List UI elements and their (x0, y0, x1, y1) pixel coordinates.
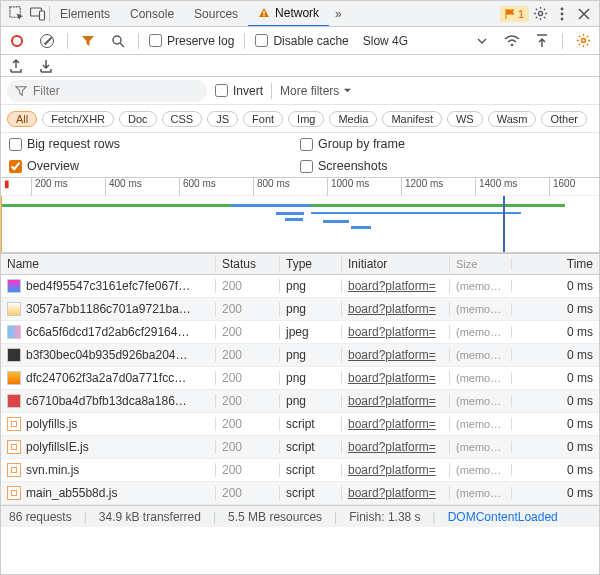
chip-ws[interactable]: WS (447, 111, 483, 127)
tab-sources[interactable]: Sources (184, 1, 248, 27)
filter-input-container[interactable] (7, 80, 207, 102)
import-har-icon[interactable] (532, 31, 552, 51)
chip-other[interactable]: Other (541, 111, 587, 127)
col-size[interactable]: Size (450, 258, 512, 270)
chip-fetch-xhr[interactable]: Fetch/XHR (42, 111, 114, 127)
timeline-ruler: ▮ 200 ms 400 ms 600 ms 800 ms 1000 ms 12… (1, 178, 599, 196)
col-status[interactable]: Status (216, 257, 280, 271)
network-conditions-icon[interactable] (502, 31, 522, 51)
request-type: png (280, 302, 342, 316)
tick: 1200 ms (401, 178, 443, 196)
load-event-marker (503, 196, 505, 252)
col-initiator[interactable]: Initiator (342, 257, 450, 271)
request-time: 0 ms (512, 279, 599, 293)
table-row[interactable]: b3f30bec04b935d926ba204…200pngboard?plat… (1, 344, 599, 367)
invert-checkbox[interactable]: Invert (215, 84, 263, 98)
request-size: (memo… (450, 441, 512, 453)
request-type: script (280, 463, 342, 477)
request-name: 3057a7bb1186c701a9721ba… (26, 302, 191, 316)
export-har-icon[interactable] (7, 57, 25, 75)
request-type: script (280, 417, 342, 431)
request-size: (memo… (450, 487, 512, 499)
kebab-menu-icon[interactable] (551, 3, 573, 25)
preserve-log-checkbox[interactable]: Preserve log (149, 34, 234, 48)
download-har-icon[interactable] (37, 57, 55, 75)
screenshots-checkbox[interactable]: Screenshots (300, 159, 591, 173)
filter-toggle-icon[interactable] (78, 31, 98, 51)
request-initiator-link[interactable]: board?platform= (348, 440, 449, 454)
big-request-rows-checkbox[interactable]: Big request rows (9, 137, 300, 151)
tab-elements[interactable]: Elements (50, 1, 120, 27)
table-row[interactable]: 6c6a5f6dcd17d2ab6cf29164…200jpegboard?pl… (1, 321, 599, 344)
filter-input[interactable] (33, 84, 199, 98)
search-icon[interactable] (108, 31, 128, 51)
tabs-overflow[interactable]: » (329, 7, 348, 21)
chip-font[interactable]: Font (243, 111, 283, 127)
table-header[interactable]: Name Status Type Initiator Size Time (1, 253, 599, 275)
issues-badge[interactable]: 1 (500, 6, 529, 22)
group-by-frame-checkbox[interactable]: Group by frame (300, 137, 591, 151)
network-settings-icon[interactable] (573, 31, 593, 51)
request-initiator-link[interactable]: board?platform= (348, 486, 449, 500)
file-type-icon (7, 486, 21, 500)
table-row[interactable]: dfc247062f3a2a7d0a771fcc…200pngboard?pla… (1, 367, 599, 390)
chip-img[interactable]: Img (288, 111, 324, 127)
request-size: (memo… (450, 280, 512, 292)
chip-all[interactable]: All (7, 111, 37, 127)
chip-wasm[interactable]: Wasm (488, 111, 537, 127)
close-devtools-icon[interactable] (573, 3, 595, 25)
request-name: polyfills.js (26, 417, 77, 431)
request-initiator-link[interactable]: board?platform= (348, 348, 449, 362)
col-time[interactable]: Time (512, 257, 599, 271)
table-row[interactable]: 3057a7bb1186c701a9721ba…200pngboard?plat… (1, 298, 599, 321)
table-row[interactable]: svn.min.js200scriptboard?platform=(memo…… (1, 459, 599, 482)
table-row[interactable]: bed4f95547c3161efc7fe067f…200pngboard?pl… (1, 275, 599, 298)
tick: 400 ms (105, 178, 142, 196)
col-name[interactable]: Name (1, 257, 216, 271)
record-button[interactable] (7, 31, 27, 51)
chip-manifest[interactable]: Manifest (382, 111, 442, 127)
throttling-select[interactable]: Slow 4G (359, 34, 412, 48)
col-type[interactable]: Type (280, 257, 342, 271)
request-initiator-link[interactable]: board?platform= (348, 371, 449, 385)
overview-timeline[interactable]: ▮ 200 ms 400 ms 600 ms 800 ms 1000 ms 12… (1, 178, 599, 253)
status-bar: 86 requests | 34.9 kB transferred | 5.5 … (1, 505, 599, 527)
inspect-icon[interactable] (5, 3, 27, 25)
file-type-icon (7, 371, 21, 385)
request-initiator-link[interactable]: board?platform= (348, 279, 449, 293)
table-body: bed4f95547c3161efc7fe067f…200pngboard?pl… (1, 275, 599, 505)
throttling-caret-icon[interactable] (472, 31, 492, 51)
table-row[interactable]: polyfillsIE.js200scriptboard?platform=(m… (1, 436, 599, 459)
svg-point-6 (561, 7, 564, 10)
request-initiator-link[interactable]: board?platform= (348, 463, 449, 477)
chip-doc[interactable]: Doc (119, 111, 157, 127)
table-row[interactable]: polyfills.js200scriptboard?platform=(mem… (1, 413, 599, 436)
chip-js[interactable]: JS (207, 111, 238, 127)
table-row[interactable]: main_ab55b8d.js200scriptboard?platform=(… (1, 482, 599, 505)
request-time: 0 ms (512, 302, 599, 316)
more-filters-button[interactable]: More filters (280, 84, 352, 98)
overview-checkbox[interactable]: Overview (9, 159, 300, 173)
clear-button[interactable] (37, 31, 57, 51)
request-initiator-link[interactable]: board?platform= (348, 302, 449, 316)
disable-cache-checkbox[interactable]: Disable cache (255, 34, 348, 48)
chevron-down-icon (343, 86, 352, 95)
request-name: c6710ba4d7bfb13dca8a186… (26, 394, 187, 408)
chip-css[interactable]: CSS (162, 111, 203, 127)
request-bar (231, 204, 311, 207)
request-initiator-link[interactable]: board?platform= (348, 394, 449, 408)
request-initiator-link[interactable]: board?platform= (348, 325, 449, 339)
device-toolbar-icon[interactable] (27, 3, 49, 25)
origin-line (1, 196, 2, 252)
settings-icon[interactable] (529, 3, 551, 25)
chip-media[interactable]: Media (329, 111, 377, 127)
request-initiator-link[interactable]: board?platform= (348, 417, 449, 431)
tab-network[interactable]: Network (248, 1, 329, 27)
svg-point-5 (538, 11, 542, 15)
status-resources: 5.5 MB resources (228, 510, 322, 524)
tab-console[interactable]: Console (120, 1, 184, 27)
request-type: png (280, 279, 342, 293)
request-time: 0 ms (512, 371, 599, 385)
divider (138, 33, 139, 49)
table-row[interactable]: c6710ba4d7bfb13dca8a186…200pngboard?plat… (1, 390, 599, 413)
